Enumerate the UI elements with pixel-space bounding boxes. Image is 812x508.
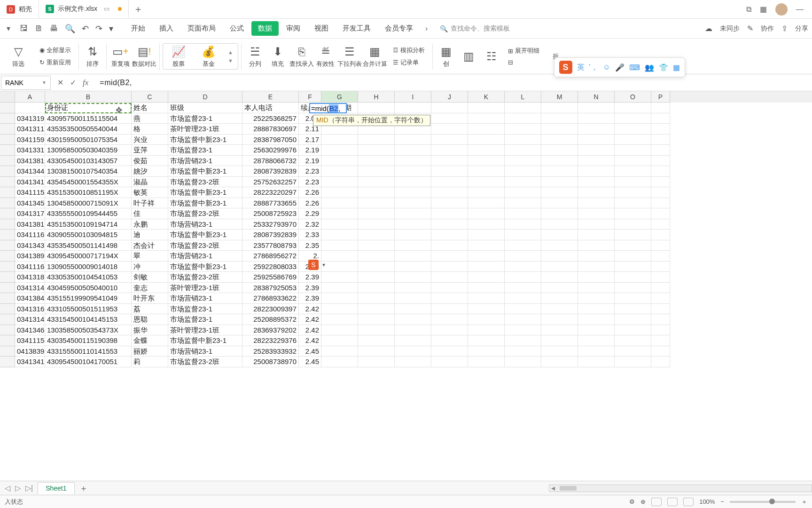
cell[interactable]: 03413145 [15,283,45,294]
cell[interactable] [468,262,505,272]
preview-icon[interactable]: 🔍 [65,24,75,34]
row-header[interactable] [0,124,15,135]
cell[interactable] [395,219,431,230]
cell[interactable]: 2.39 [299,283,321,294]
cell[interactable] [505,346,541,357]
print-icon[interactable]: 🖶 [50,24,58,34]
cell[interactable]: 23577808793 [242,240,299,251]
cell[interactable] [651,124,670,135]
cell[interactable]: 佳 [132,208,168,219]
cell[interactable] [615,135,651,145]
cell[interactable]: 2.45 [299,357,321,367]
cell[interactable]: 2.17 [299,135,321,145]
cell[interactable] [395,283,431,294]
cell[interactable] [468,145,505,156]
cell[interactable]: 0413839 [15,346,45,357]
col-header-G[interactable]: G [321,91,358,103]
cell[interactable] [321,314,358,325]
cell[interactable]: 茶叶管理23-1班 [168,325,242,336]
cell[interactable]: 2.39 [299,293,321,304]
cell[interactable] [541,335,578,346]
cell[interactable]: 2.33 [299,230,321,240]
cell[interactable] [615,262,651,272]
cell[interactable]: 435353500505540044 [45,124,132,135]
select-all-corner[interactable] [0,91,15,103]
cell[interactable] [468,187,505,198]
cell[interactable]: 28387925053 [242,283,299,294]
datatype-down-icon[interactable]: ▼ [228,58,233,64]
show-all-button[interactable]: ◉全部显示 [39,46,71,55]
cell[interactable] [358,314,395,325]
cell[interactable]: 435155199909541049 [45,293,132,304]
create-group-button[interactable]: ▦创 [436,45,457,68]
cell[interactable]: 28369379202 [242,325,299,336]
cell[interactable]: 25283933932 [242,346,299,357]
row-header[interactable] [0,314,15,325]
cell[interactable] [615,219,651,230]
data-compare-button[interactable]: ▤!数据对比 [132,45,156,68]
cell[interactable]: 430954500104170051 [45,357,132,367]
cell[interactable] [358,156,395,167]
row-header[interactable] [0,335,15,346]
cell[interactable]: 03413845 [15,293,45,304]
cell[interactable]: 130905500009014018 [45,262,132,272]
row-header[interactable] [0,240,15,251]
cell[interactable] [615,293,651,304]
cell[interactable] [321,293,358,304]
cell[interactable] [321,230,358,240]
cell[interactable] [651,113,670,124]
cell[interactable]: 25630299976 [242,145,299,156]
cell[interactable] [395,346,431,357]
cell[interactable]: 2.45 [299,346,321,357]
cell[interactable] [321,187,358,198]
row-header[interactable] [0,251,15,262]
cell[interactable]: 市场营销23-1 [168,251,242,262]
cell[interactable] [505,230,541,240]
file-menu-dropdown[interactable]: ▾ [4,24,13,33]
cell[interactable]: 435354500501141498 [45,240,132,251]
cell[interactable]: 28087392839 [242,230,299,240]
cell[interactable] [505,293,541,304]
cell[interactable] [541,113,578,124]
col-header-O[interactable]: O [615,91,651,103]
cell[interactable] [395,145,431,156]
cell[interactable] [505,357,541,367]
datatype-up-icon[interactable]: ▲ [228,49,233,55]
cell[interactable] [505,272,541,283]
cell[interactable] [651,272,670,283]
name-box[interactable]: RANK ▼ [1,76,51,90]
cell[interactable]: 28887830697 [242,124,299,135]
menu-插入[interactable]: 插入 [153,21,180,36]
cell[interactable] [541,135,578,145]
cell[interactable] [651,177,670,188]
cell[interactable]: 25225368257 [242,113,299,124]
cell[interactable] [468,346,505,357]
cell-header-L[interactable] [505,103,541,113]
cell[interactable] [431,283,468,294]
cell[interactable] [578,135,615,145]
cell[interactable] [578,346,615,357]
menu-数据[interactable]: 数据 [251,21,279,36]
cell[interactable]: 25925586769 [242,272,299,283]
col-header-K[interactable]: K [468,91,505,103]
cell-editor[interactable]: =mid(B2, [309,103,347,113]
cell[interactable] [505,166,541,177]
menu-公式[interactable]: 公式 [223,21,250,36]
cell[interactable] [578,124,615,135]
cell[interactable]: 市场营销23-1 [168,293,242,304]
col-header-M[interactable]: M [541,91,578,103]
cell[interactable] [541,177,578,188]
cell[interactable] [651,283,670,294]
cell[interactable] [431,187,468,198]
cell[interactable]: 市场监督23-2班 [168,208,242,219]
row-header[interactable] [0,262,15,272]
cell[interactable] [578,357,615,367]
cell[interactable] [615,198,651,209]
cell[interactable] [541,230,578,240]
cell[interactable]: 25208895372 [242,314,299,325]
cell[interactable]: 叶开东 [132,293,168,304]
cell[interactable] [578,283,615,294]
cell[interactable] [578,314,615,325]
cell[interactable] [505,314,541,325]
cell[interactable] [358,304,395,315]
